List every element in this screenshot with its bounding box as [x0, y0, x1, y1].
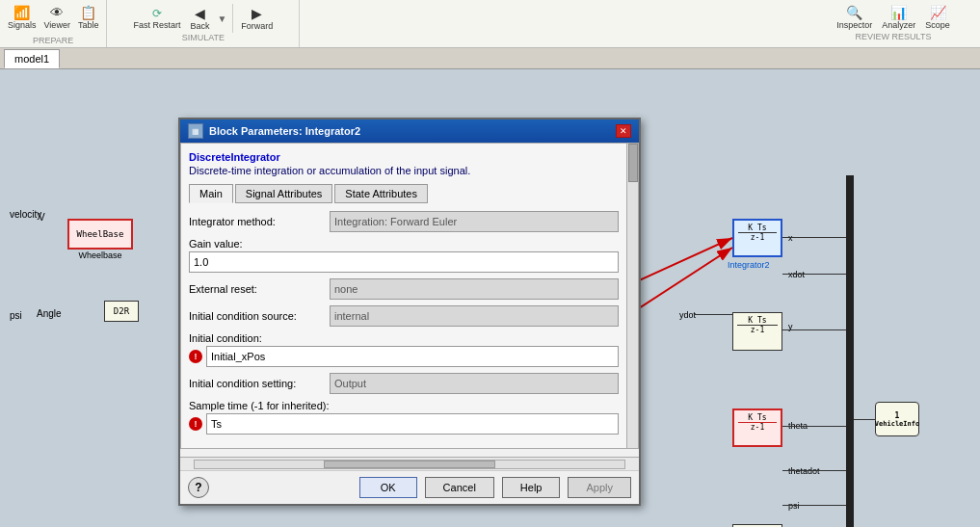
- spacer: [300, 0, 807, 47]
- cancel-button[interactable]: Cancel: [425, 477, 494, 498]
- initial-condition-source-label: Initial condition source:: [189, 310, 324, 322]
- simulate-label: SIMULATE: [182, 33, 225, 42]
- fast-restart-button[interactable]: ⟳ Fast Restart: [131, 6, 182, 32]
- initial-condition-label: Initial condition:: [189, 332, 619, 344]
- state-attributes-tab[interactable]: State Attributes: [334, 184, 428, 203]
- table-button[interactable]: 📋 Table: [76, 4, 101, 32]
- block-parameters-dialog: ▦ Block Parameters: Integrator2 ✕ Discre…: [178, 118, 641, 506]
- signals-button[interactable]: 📶 Signals: [6, 4, 39, 32]
- initial-condition-setting-row: Initial condition setting:: [189, 373, 619, 394]
- scope-button[interactable]: 📈 Scope: [923, 4, 952, 32]
- dialog-icon: ▦: [188, 123, 203, 139]
- external-reset-label: External reset:: [189, 283, 324, 295]
- block-description: Discrete-time integration or accumulatio…: [189, 165, 619, 176]
- h-scrollbar-track[interactable]: [194, 460, 625, 469]
- review-results-label: REVIEW RESULTS: [856, 32, 932, 41]
- initial-condition-section: Initial condition: !: [189, 332, 619, 367]
- integrator-method-row: Integrator method:: [189, 211, 619, 232]
- gain-value-input[interactable]: [189, 251, 619, 273]
- ok-button[interactable]: OK: [359, 477, 417, 498]
- integrator-method-input[interactable]: [330, 211, 619, 232]
- sample-time-section: Sample time (-1 for inherited): !: [189, 400, 619, 435]
- dialog-titlebar: ▦ Block Parameters: Integrator2 ✕: [180, 119, 639, 143]
- help-button[interactable]: Help: [502, 477, 561, 498]
- back-button[interactable]: ◀ Back: [188, 5, 211, 33]
- external-reset-row: External reset:: [189, 278, 619, 300]
- dialog-close-button[interactable]: ✕: [616, 124, 631, 138]
- prepare-label: PREPARE: [33, 36, 73, 45]
- block-type-header: DiscreteIntegrator: [189, 151, 619, 163]
- simulate-section: ⟳ Fast Restart ◀ Back ▼ ▶ Forward SIMULA…: [107, 0, 300, 47]
- dialog-tab-bar: Main Signal Attributes State Attributes: [189, 184, 619, 203]
- initial-condition-source-row: Initial condition source:: [189, 305, 619, 327]
- initial-condition-error-icon: !: [189, 350, 202, 363]
- h-scrollbar-thumb[interactable]: [324, 461, 495, 468]
- gain-value-section: Gain value:: [189, 238, 619, 273]
- scrollbar-thumb[interactable]: [628, 144, 638, 182]
- sample-time-error-icon: !: [189, 417, 202, 431]
- gain-value-label: Gain value:: [189, 238, 619, 250]
- prepare-section: 📶 Signals 👁 Viewer 📋 Table PREPARE: [0, 0, 107, 47]
- dialog-content: DiscreteIntegrator Discrete-time integra…: [180, 143, 639, 449]
- dialog-overlay: ▦ Block Parameters: Integrator2 ✕ Discre…: [0, 69, 980, 527]
- analyzer-button[interactable]: 📊 Analyzer: [880, 4, 917, 32]
- viewer-button[interactable]: 👁 Viewer: [42, 4, 72, 32]
- back-dropdown[interactable]: ▼: [217, 13, 226, 24]
- inspector-button[interactable]: 🔍 Inspector: [834, 4, 874, 32]
- forward-button[interactable]: ▶ Forward: [239, 5, 275, 33]
- buttons-right-group: OK Cancel Help Apply: [359, 477, 631, 498]
- signal-attributes-tab[interactable]: Signal Attributes: [235, 184, 333, 203]
- sample-time-input[interactable]: [206, 413, 619, 435]
- main-area: velocity V psi Angle WheelBase Wheelbase…: [0, 69, 980, 527]
- sample-time-label: Sample time (-1 for inherited):: [189, 400, 619, 411]
- initial-condition-setting-input[interactable]: [330, 373, 619, 394]
- review-section: 🔍 Inspector 📊 Analyzer 📈 Scope REVIEW RE…: [807, 0, 980, 47]
- integrator-method-label: Integrator method:: [189, 216, 324, 227]
- initial-condition-input[interactable]: [206, 346, 619, 367]
- apply-button[interactable]: Apply: [568, 477, 631, 498]
- initial-condition-input-row: !: [189, 346, 619, 367]
- horizontal-scrollbar[interactable]: [180, 457, 639, 470]
- initial-condition-setting-label: Initial condition setting:: [189, 378, 324, 389]
- sample-time-input-row: !: [189, 413, 619, 435]
- model1-tab[interactable]: model1: [4, 49, 60, 68]
- dialog-title: Block Parameters: Integrator2: [209, 125, 360, 137]
- main-tab[interactable]: Main: [189, 184, 233, 203]
- toolbar: 📶 Signals 👁 Viewer 📋 Table PREPARE ⟳ Fas…: [0, 0, 980, 48]
- external-reset-input[interactable]: [330, 278, 619, 300]
- tab-bar: model1: [0, 48, 980, 69]
- dialog-scrollbar[interactable]: [626, 144, 638, 448]
- help-icon-button[interactable]: ?: [188, 477, 209, 498]
- initial-condition-source-input[interactable]: [330, 305, 619, 327]
- dialog-buttons-row: ? OK Cancel Help Apply: [180, 470, 639, 504]
